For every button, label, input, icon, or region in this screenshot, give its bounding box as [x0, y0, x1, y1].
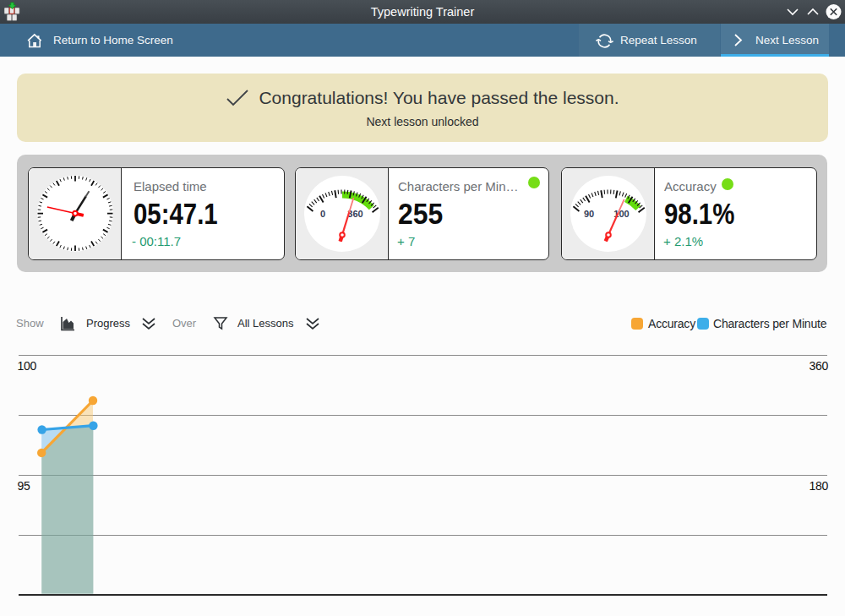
svg-text:100: 100	[18, 359, 37, 373]
svg-text:0: 0	[320, 209, 325, 219]
svg-text:95: 95	[18, 479, 30, 493]
svg-text:360: 360	[810, 359, 829, 373]
svg-text:90: 90	[584, 209, 594, 219]
svg-text:180: 180	[810, 479, 829, 493]
